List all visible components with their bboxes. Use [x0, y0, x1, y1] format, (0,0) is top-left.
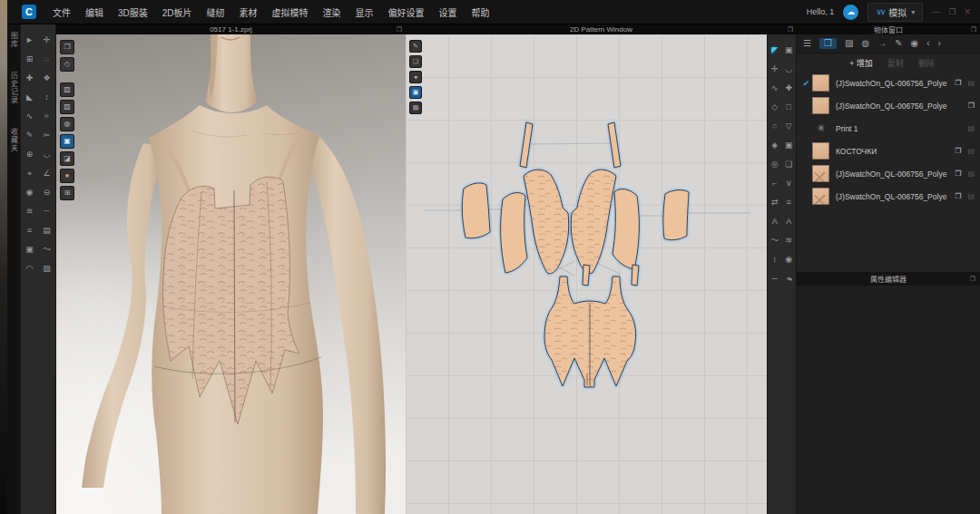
row-menu-icon[interactable]: ▤ — [967, 124, 975, 132]
edit-curve-point-icon[interactable]: ∿ — [771, 83, 779, 92]
menu-item[interactable]: 缝纫 — [200, 5, 232, 19]
buttonhole-icon[interactable]: ⊖ — [44, 188, 51, 197]
show-internal-lines-icon[interactable]: ▣ — [60, 134, 74, 149]
fur-icon[interactable]: ▤ — [43, 226, 51, 235]
cloud-sync-icon[interactable]: ☁ — [843, 5, 858, 20]
pattern-strap-left[interactable] — [520, 122, 533, 168]
text-edit-icon[interactable]: A — [786, 217, 791, 226]
row-menu-icon[interactable]: ▤ — [967, 170, 975, 178]
pleat-sew-icon[interactable]: ≋ — [785, 236, 792, 245]
add-fabric-button[interactable]: + 增加 — [849, 57, 873, 69]
popout-icon[interactable]: ❐ — [970, 276, 975, 283]
fabric-thumbnail[interactable] — [812, 165, 829, 182]
menu-item[interactable]: 虚拟模特 — [265, 5, 316, 19]
delete-fabric-button[interactable]: 删除 — [918, 57, 935, 69]
sew-free-icon[interactable]: ≈ — [44, 112, 49, 121]
sew-segment-icon[interactable]: ∿ — [26, 112, 34, 121]
pattern-camisole-piece[interactable] — [544, 276, 636, 387]
transform-pattern-icon[interactable]: ◤ — [771, 45, 778, 54]
pattern-front-panel-right[interactable] — [571, 170, 616, 274]
fabric-list-item[interactable]: ✔ (J)SwatchOn_QL-006756_Polye ❐ ▤ — [797, 72, 980, 94]
pattern-window-strip[interactable]: 2D Pattern Window ❐ + — [406, 24, 797, 34]
clone-icon[interactable]: ❐ — [955, 170, 961, 178]
grade-icon[interactable]: ≡ — [787, 198, 791, 207]
menu-item[interactable]: 显示 — [348, 5, 381, 19]
ruler-icon[interactable]: ─ — [772, 274, 778, 283]
edit-sewing-icon[interactable]: ✎ — [26, 131, 34, 140]
menu-item[interactable]: 文件 — [45, 5, 78, 19]
arrangement-icon[interactable]: ❖ — [43, 73, 50, 82]
mesh-view-icon[interactable]: ◍ — [60, 117, 74, 131]
pattern-side-panel-left[interactable] — [462, 183, 490, 238]
fabric-thumbnail[interactable] — [812, 74, 829, 92]
minimize-button[interactable]: — — [932, 7, 940, 16]
wrinkle-icon[interactable]: 〜 — [43, 245, 51, 254]
copy-fabric-button[interactable]: 复制 — [887, 57, 904, 69]
pattern-curved-panel-right[interactable] — [612, 189, 639, 269]
texture-surface-icon[interactable]: ▧ — [60, 82, 74, 97]
project-tab-strip[interactable]: 0517 1-1.zprj ❐ — [56, 24, 406, 34]
zipper-icon[interactable]: ≋ — [26, 207, 34, 216]
viewport-2d-pattern[interactable]: ✎❏●▣▤ — [406, 34, 767, 514]
rail-tab[interactable]: 历史记录 — [9, 72, 19, 104]
grainline-icon[interactable]: ↕ — [773, 255, 778, 264]
show-avatar-outline-icon[interactable]: ◇ — [60, 57, 74, 72]
button-icon[interactable]: ◉ — [26, 188, 34, 197]
pattern-curved-panel-left[interactable] — [501, 193, 527, 273]
mesh-2d-icon[interactable]: ▣ — [409, 86, 422, 99]
pleats-icon[interactable]: 〜 — [770, 236, 779, 245]
avatar-tape-icon[interactable]: ◡ — [44, 150, 51, 159]
fold-icon[interactable]: ◣ — [26, 92, 33, 102]
seam-allowance-icon[interactable]: ⌐ — [772, 179, 777, 188]
select-move-icon[interactable]: ✛ — [44, 35, 51, 44]
fabric-list-item[interactable]: (J)SwatchOn_QL-006756_Polye ❐ ▤ — [797, 162, 980, 185]
style-line-icon[interactable]: ∠ — [43, 169, 50, 178]
menu-item[interactable]: 素材 — [232, 5, 265, 19]
arrangement-tab-icon[interactable]: → — [877, 39, 887, 48]
solidify-icon[interactable]: ▣ — [25, 245, 34, 254]
row-menu-icon[interactable]: ▤ — [967, 79, 975, 87]
show-garment-icon[interactable]: ❒ — [60, 40, 74, 54]
pen-2d-icon[interactable]: ✎ — [409, 40, 422, 53]
pattern-strap-right[interactable] — [608, 122, 621, 168]
button-tab-icon[interactable]: ◉ — [911, 39, 919, 48]
arrangement-points-icon[interactable]: ⊞ — [60, 186, 74, 200]
scene-menu-icon[interactable]: ☰ — [803, 39, 811, 48]
menu-item[interactable]: 帮助 — [465, 5, 497, 19]
viewport-3d[interactable]: ❒◇▧▨◍▣◪●⊞ — [56, 34, 406, 514]
edit-curve-icon[interactable]: ◡ — [785, 64, 792, 73]
pattern-side-panel-right[interactable] — [663, 190, 689, 240]
sewing-tab-icon[interactable]: ✎ — [895, 39, 902, 48]
print-thumbnail-icon[interactable]: ✳ — [812, 120, 829, 137]
notch-icon[interactable]: ∨ — [786, 179, 792, 188]
object-window-strip[interactable]: 物体窗口 ❐ — [797, 24, 980, 34]
rail-tab[interactable]: 图库 — [9, 32, 19, 48]
button-2d-icon[interactable]: ◉ — [785, 255, 792, 264]
menu-item[interactable]: 渲染 — [316, 5, 348, 19]
popout-icon[interactable]: ❐ — [788, 26, 793, 34]
internal-circle-icon[interactable]: ◎ — [771, 160, 779, 169]
chevron-down-icon[interactable]: ▾ — [911, 8, 915, 16]
rectangle-pattern-icon[interactable]: □ — [787, 102, 791, 112]
fabric-list-item[interactable]: (J)SwatchOn_QL-006756_Polye ❐ ▤ — [797, 185, 980, 208]
edit-pattern-icon[interactable]: ▣ — [785, 45, 793, 54]
internal-polygon-icon[interactable]: ◈ — [771, 141, 778, 150]
row-menu-icon[interactable]: ▤ — [967, 147, 975, 155]
show-pattern-icon[interactable]: ❏ — [409, 55, 422, 68]
detach-sewing-icon[interactable]: ✂ — [44, 131, 51, 140]
move-3d-icon[interactable]: ↕ — [44, 92, 49, 102]
simulate-button[interactable]: ∨∨ 模拟 ▾ — [867, 3, 923, 22]
trace-icon[interactable]: ❏ — [785, 160, 792, 169]
texture-2d-icon[interactable]: ● — [409, 71, 422, 83]
dart-icon[interactable]: ▽ — [786, 121, 792, 131]
add-point-icon[interactable]: ✚ — [785, 83, 792, 92]
polygon-pattern-icon[interactable]: ◇ — [771, 102, 778, 112]
trim-tab-icon[interactable]: ◍ — [861, 39, 869, 48]
app-logo-icon[interactable]: C — [22, 5, 36, 19]
clone-icon[interactable]: ❐ — [955, 79, 961, 87]
smooth-icon[interactable]: ◠ — [26, 264, 34, 273]
popout-icon[interactable]: ❐ — [971, 26, 976, 34]
fabric-thumbnail[interactable] — [812, 142, 829, 160]
pattern-front-panel-left[interactable] — [524, 170, 569, 274]
pattern-boning-strip-left[interactable] — [583, 265, 590, 286]
